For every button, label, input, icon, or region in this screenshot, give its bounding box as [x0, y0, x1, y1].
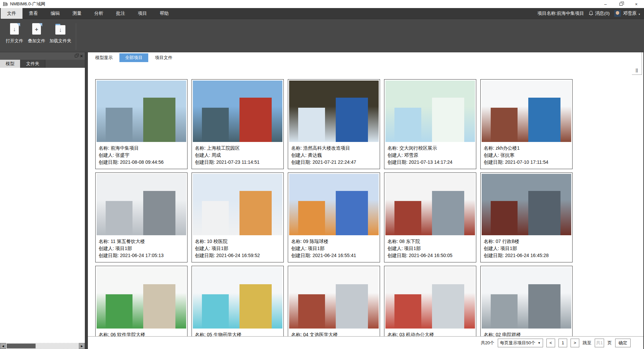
page-unit-label: 页 [607, 340, 612, 346]
confirm-button[interactable]: 确定 [615, 339, 631, 347]
project-creator: 张盛宇 [115, 152, 129, 158]
scroll-handle-icon: || [636, 67, 638, 72]
window-title: NMBIM6.0-广域网 [10, 1, 45, 7]
name-label: 名称: [195, 145, 206, 151]
scrollbar-thumb[interactable] [6, 343, 36, 349]
project-thumbnail [97, 267, 186, 329]
model-tree-area[interactable] [0, 68, 85, 343]
title-bar: NMBIM6.0-广域网 – × [0, 0, 644, 8]
project-card[interactable]: 名称: 上海核工院园区 创建人: 周成 创建日期: 2021-07-23 11:… [192, 79, 284, 169]
project-date-line: 创建日期: 2021-07-13 14:17:24 [387, 159, 473, 166]
content-tabs: 模型显示 全部项目 项目文件 [88, 52, 643, 62]
load-folder-button[interactable]: ↓ 加载文件夹 [48, 23, 73, 52]
menu-item-help[interactable]: 帮助 [153, 8, 175, 19]
messages-button[interactable]: 消息(0) [589, 10, 610, 17]
creation-date-label: 创建日期: [484, 253, 504, 258]
overlay-file-button[interactable]: + 叠加文件 [25, 23, 48, 52]
project-date-line: 创建日期: 2021-07-21 22:24:47 [291, 159, 377, 166]
project-creator-line: 创建人: 项目1部 [195, 245, 280, 252]
ribbon-toolbar: ↓ 打开文件 + 叠加文件 ↓ 加载文件夹 [0, 19, 644, 52]
project-creator-line: 创建人: 项目1部 [387, 245, 473, 252]
project-creator-line: 创建人: 项目1部 [484, 245, 569, 252]
menu-item-annotate[interactable]: 批注 [110, 8, 131, 19]
project-creator: 项目1部 [212, 246, 228, 251]
project-creator: 项目1部 [500, 246, 517, 251]
tab-model-display[interactable]: 模型显示 [91, 53, 117, 62]
project-card[interactable]: 名称: 07 行政B楼 创建人: 项目1部 创建日期: 2021-06-24 1… [480, 172, 573, 262]
thumbnail-shape-b [143, 284, 175, 329]
tab-folder[interactable]: 文件夹 [20, 60, 45, 68]
project-card[interactable]: 名称: 浩然高科大楼改造项目 创建人: 龚达巍 创建日期: 2021-07-21… [288, 79, 380, 169]
chevron-down-icon: ▾ [639, 13, 640, 17]
project-card[interactable]: 名称: 11 第五餐饮大楼 创建人: 项目1部 创建日期: 2021-06-24… [95, 172, 187, 262]
thumbnail-shape-b [336, 284, 368, 329]
project-name-line: 名称: zkh办公楼1 [484, 145, 569, 152]
menu-item-measure[interactable]: 测量 [66, 8, 88, 19]
project-thumbnail [289, 81, 379, 142]
minimize-button[interactable]: – [598, 0, 613, 8]
project-creator-line: 创建人: 龚达巍 [291, 152, 377, 159]
creator-label: 创建人: [195, 246, 210, 251]
scroll-left-arrow[interactable]: ◀ [0, 343, 6, 349]
tab-project-files[interactable]: 项目文件 [151, 53, 176, 62]
project-creator-line: 创建人: 周成 [195, 152, 280, 159]
menu-item-analyze[interactable]: 分析 [88, 8, 110, 19]
project-date-line: 创建日期: 2021-06-24 16:50:05 [387, 252, 473, 259]
prev-page-button[interactable]: < [546, 339, 555, 347]
menu-item-edit[interactable]: 编辑 [44, 8, 66, 19]
user-menu[interactable]: 邓雪原 ▾ [614, 10, 640, 17]
horizontal-scrollbar[interactable]: ◀ ▶ [0, 343, 85, 349]
project-card[interactable]: 名称: zkh办公楼1 创建人: 张抗寒 创建日期: 2021-07-10 17… [480, 79, 573, 169]
project-creator-line: 创建人: 张抗寒 [484, 152, 569, 159]
panel-close-icon[interactable]: × [80, 54, 83, 58]
menu-item-project[interactable]: 项目 [131, 8, 153, 19]
window-controls: – × [598, 0, 644, 8]
project-card[interactable]: 名称: 09 陈瑞球楼 创建人: 项目1部 创建日期: 2021-06-24 1… [288, 172, 380, 262]
splitter-handle[interactable]: || [632, 52, 642, 75]
thumbnail-shape-a [298, 294, 325, 329]
page-number-input[interactable]: 共1 [595, 339, 604, 347]
name-label: 名称: [99, 239, 109, 244]
project-creator-line: 创建人: 项目1部 [99, 245, 184, 252]
close-button[interactable]: × [629, 0, 644, 8]
thumbnail-shape-b [239, 191, 272, 235]
ribbon-divider [76, 23, 76, 50]
creator-label: 创建人: [387, 246, 403, 251]
thumbnail-shape-b [528, 284, 560, 329]
project-name-line: 名称: 上海核工院园区 [195, 145, 280, 152]
project-name: 交大闵行校区展示 [399, 145, 437, 151]
thumbnail-shape-a [491, 108, 518, 142]
project-name-line: 名称: 08 东下院 [387, 238, 473, 245]
project-date-line: 创建日期: 2021-06-24 16:55:41 [291, 252, 377, 259]
messages-count: 消息(0) [595, 10, 610, 16]
project-card[interactable]: 名称: 交大闵行校区展示 创建人: 邓雪原 创建日期: 2021-07-13 1… [384, 79, 476, 169]
page-size-select[interactable]: 每页显示项目50个 ▼ [498, 339, 543, 347]
overlay-file-icon: + [31, 23, 42, 35]
project-name: zkh办公楼1 [496, 145, 520, 151]
project-creator: 项目1部 [308, 246, 325, 251]
thumbnail-shape-a [106, 108, 132, 142]
project-name: 08 东下院 [399, 239, 420, 244]
menu-item-view[interactable]: 查看 [22, 8, 44, 19]
project-card[interactable]: 名称: 10 校医院 创建人: 项目1部 创建日期: 2021-06-24 16… [192, 172, 284, 262]
project-card[interactable]: 名称: 08 东下院 创建人: 项目1部 创建日期: 2021-06-24 16… [384, 172, 476, 262]
current-page-button[interactable]: 1 [558, 339, 567, 347]
creation-date-label: 创建日期: [291, 253, 311, 258]
project-creator-line: 创建人: 张盛宇 [99, 152, 184, 159]
tab-model[interactable]: 模型 [0, 60, 20, 68]
project-name-line: 名称: 11 第五餐饮大楼 [99, 238, 184, 245]
project-card[interactable]: 名称: 前海中集项目 创建人: 张盛宇 创建日期: 2021-08-08 09:… [95, 79, 187, 169]
maximize-button[interactable] [613, 0, 629, 8]
name-label: 名称: [484, 145, 494, 151]
project-date: 2021-07-23 11:14:51 [216, 159, 260, 165]
page-size-value: 每页显示项目50个 [500, 340, 535, 346]
tab-all-projects[interactable]: 全部项目 [119, 53, 148, 62]
project-thumbnail [289, 267, 379, 329]
menu-item-file[interactable]: 文件 [1, 8, 22, 19]
scroll-right-arrow[interactable]: ▶ [79, 343, 85, 349]
panel-float-icon[interactable] [75, 55, 77, 57]
open-file-button[interactable]: ↓ 打开文件 [3, 23, 25, 52]
project-card-info: 名称: 上海核工院园区 创建人: 周成 创建日期: 2021-07-23 11:… [192, 143, 283, 166]
creation-date-label: 创建日期: [387, 159, 408, 165]
next-page-button[interactable]: > [571, 339, 579, 347]
